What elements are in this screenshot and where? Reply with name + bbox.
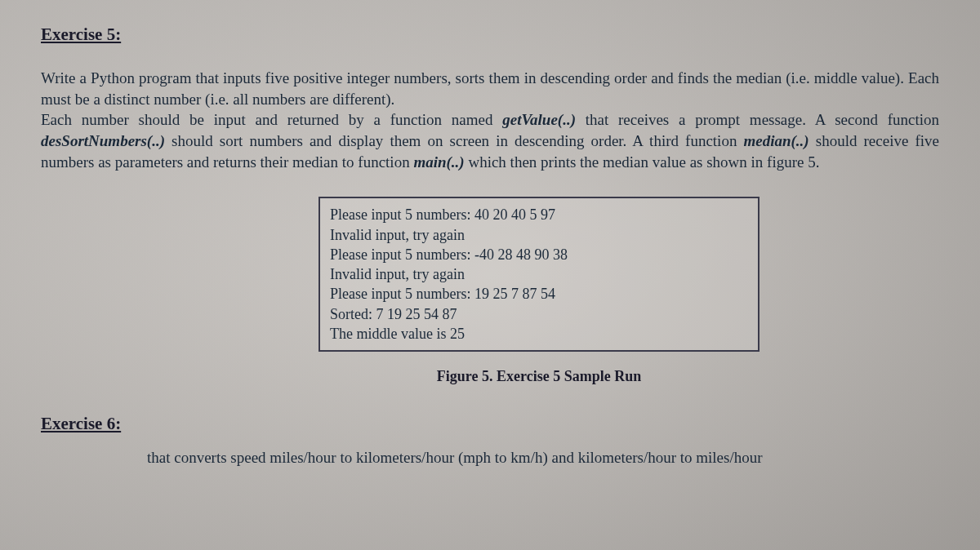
sample-line-5: Please input 5 numbers: 19 25 7 87 54 (330, 284, 748, 304)
exercise-5-heading: Exercise 5: (41, 24, 939, 45)
para2-a: Each number should be input and returned… (41, 111, 502, 128)
para2-e: which then prints the median value as sh… (465, 153, 820, 171)
func-median: median(..) (743, 132, 808, 149)
sample-line-1: Please input 5 numbers: 40 20 40 5 97 (330, 205, 748, 224)
func-getvalue: getValue(..) (502, 111, 576, 128)
exercise-6-partial-text: that converts speed miles/hour to kilome… (147, 449, 939, 467)
exercise-6-heading: Exercise 6: (41, 414, 939, 434)
sample-line-7: The middle value is 25 (330, 324, 748, 344)
func-dessortnumbers: desSortNumbers(..) (41, 132, 165, 149)
figure-5-caption: Figure 5. Exercise 5 Sample Run (318, 368, 760, 385)
para2-c: should sort numbers and display them on … (165, 132, 743, 149)
para2-b: that receives a prompt message. A second… (576, 111, 939, 128)
sample-line-3: Please input 5 numbers: -40 28 48 90 38 (330, 245, 748, 264)
para1-text: Write a Python program that inputs five … (41, 69, 939, 108)
figure-5-sample-box: Please input 5 numbers: 40 20 40 5 97 In… (318, 197, 760, 352)
exercise-5-description: Write a Python program that inputs five … (41, 68, 939, 172)
func-main: main(..) (413, 153, 464, 171)
sample-line-4: Invalid input, try again (330, 264, 748, 284)
sample-line-6: Sorted: 7 19 25 54 87 (330, 304, 748, 324)
sample-line-2: Invalid input, try again (330, 225, 748, 245)
